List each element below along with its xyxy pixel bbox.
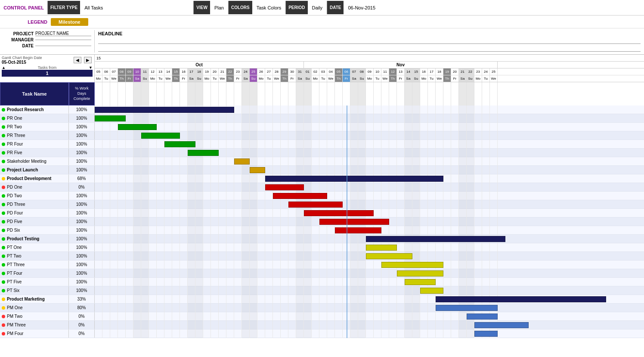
gantt-cell-23 xyxy=(273,209,281,217)
gantt-cell-27 xyxy=(304,243,312,252)
gantt-cell-5 xyxy=(133,312,141,321)
gantt-cell-31 xyxy=(335,131,343,140)
task-name-cell: Project Launch xyxy=(0,166,69,174)
gantt-cell-9 xyxy=(164,123,172,131)
sort-up-btn[interactable]: ▲ xyxy=(2,65,6,70)
task-row: PD Four100% xyxy=(0,209,644,217)
sort-down-btn[interactable]: ▼ xyxy=(89,65,93,70)
gantt-cell-23 xyxy=(273,226,281,235)
gantt-cell-7 xyxy=(149,226,157,235)
prev-btn[interactable]: ◀ xyxy=(74,57,81,63)
gantt-cell-24 xyxy=(281,200,288,209)
gantt-cell-23 xyxy=(273,304,281,312)
gantt-cell-31 xyxy=(335,278,343,286)
gantt-cell-40 xyxy=(405,209,412,217)
task-name-text: Product Marketing xyxy=(7,297,45,301)
period-value[interactable]: Daily xyxy=(308,1,327,14)
gantt-cell-25 xyxy=(288,131,296,140)
gantt-cell-29 xyxy=(319,166,327,174)
gantt-cell-19 xyxy=(242,192,250,200)
day-name-8: Tu xyxy=(157,75,164,82)
gantt-cell-14 xyxy=(203,321,211,329)
gantt-cell-2 xyxy=(110,329,118,338)
colors-value[interactable]: Task Colors xyxy=(252,1,285,14)
gantt-cell-9 xyxy=(164,286,172,295)
gantt-cell-45 xyxy=(443,123,451,131)
gantt-cell-47 xyxy=(459,166,467,174)
gantt-cell-19 xyxy=(242,123,250,131)
gantt-cell-35 xyxy=(366,295,374,304)
task-name-cell: PD Five xyxy=(0,217,69,226)
work-pct-cell: 100% xyxy=(69,278,95,286)
date-value[interactable]: 06-Nov-2015 xyxy=(344,1,380,14)
gantt-cell-35 xyxy=(366,192,374,200)
gantt-cell-28 xyxy=(312,217,319,226)
gantt-cell-2 xyxy=(110,174,118,183)
gantt-cell-16 xyxy=(219,312,226,321)
gantt-cell-35 xyxy=(366,269,374,278)
gantt-cell-1 xyxy=(102,235,110,243)
gantt-cell-14 xyxy=(203,286,211,295)
gantt-cell-0 xyxy=(95,140,102,149)
gantt-cell-5 xyxy=(133,304,141,312)
gantt-cell-11 xyxy=(180,174,188,183)
gantt-cell-49 xyxy=(474,217,482,226)
gantt-cell-22 xyxy=(265,321,273,329)
status-dot xyxy=(2,298,5,301)
day-name-33: Sa xyxy=(350,75,358,82)
day-num-35: 09 xyxy=(366,68,374,75)
task-rows-container: Task Name% WorkDaysCompleteProduct Resea… xyxy=(0,82,644,338)
gantt-cell-22 xyxy=(265,114,273,123)
task-row: Product Testing100% xyxy=(0,235,644,243)
gantt-cell-14 xyxy=(203,140,211,149)
gantt-cell-38 xyxy=(389,329,397,338)
gantt-cell-18 xyxy=(234,166,242,174)
day-name-1: Tu xyxy=(102,75,110,82)
gantt-cell-26 xyxy=(296,123,304,131)
gantt-cell-42 xyxy=(420,304,428,312)
gantt-cell-10 xyxy=(172,329,180,338)
gantt-cell-10 xyxy=(172,192,180,200)
gantt-cell-37 xyxy=(381,226,389,235)
filter-type-value[interactable]: All Tasks xyxy=(80,1,107,14)
gantt-cell-9 xyxy=(164,243,172,252)
next-btn[interactable]: ▶ xyxy=(84,57,92,63)
view-value[interactable]: Plan xyxy=(210,1,228,14)
gantt-header-cell-1 xyxy=(102,82,110,106)
gantt-cell-18 xyxy=(234,235,242,243)
gantt-cell-45 xyxy=(443,329,451,338)
gantt-cell-8 xyxy=(157,209,164,217)
gantt-cell-50 xyxy=(482,149,490,157)
gantt-cell-11 xyxy=(180,304,188,312)
gantt-area xyxy=(95,295,498,304)
gantt-cell-8 xyxy=(157,321,164,329)
gantt-cell-4 xyxy=(126,252,133,261)
gantt-cell-16 xyxy=(219,166,226,174)
gantt-cell-28 xyxy=(312,166,319,174)
gantt-cell-18 xyxy=(234,174,242,183)
gantt-cell-25 xyxy=(288,123,296,131)
gantt-cell-4 xyxy=(126,183,133,192)
gantt-cell-29 xyxy=(319,131,327,140)
work-pct-cell: 100% xyxy=(69,286,95,295)
gantt-cell-24 xyxy=(281,140,288,149)
gantt-cell-13 xyxy=(195,217,203,226)
gantt-cell-20 xyxy=(250,209,257,217)
gantt-header-cell-13 xyxy=(195,82,203,106)
gantt-cell-19 xyxy=(242,106,250,114)
gantt-cell-17 xyxy=(226,295,234,304)
gantt-cell-33 xyxy=(350,252,358,261)
gantt-cell-24 xyxy=(281,114,288,123)
gantt-cell-4 xyxy=(126,217,133,226)
gantt-cell-45 xyxy=(443,106,451,114)
task-name-text: PT Six xyxy=(7,288,19,293)
gantt-header-cell-16 xyxy=(219,82,226,106)
gantt-cell-41 xyxy=(412,192,420,200)
task-row: PT Four100% xyxy=(0,269,644,278)
gantt-cell-0 xyxy=(95,321,102,329)
gantt-cell-2 xyxy=(110,304,118,312)
gantt-cell-9 xyxy=(164,321,172,329)
gantt-header-cell-20 xyxy=(250,82,257,106)
gantt-cell-23 xyxy=(273,217,281,226)
gantt-cell-49 xyxy=(474,261,482,269)
